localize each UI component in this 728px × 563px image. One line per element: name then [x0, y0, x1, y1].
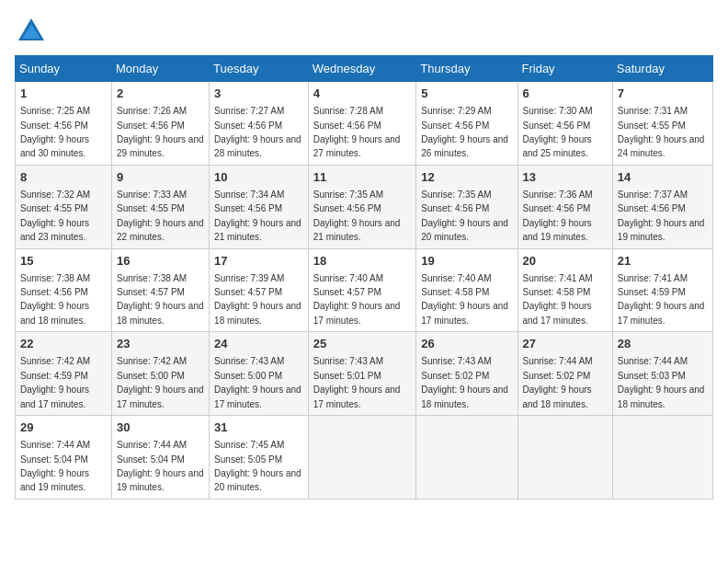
day-number: 5 — [421, 86, 512, 102]
day-number: 7 — [618, 86, 708, 102]
calendar-cell: 12Sunrise: 7:35 AMSunset: 4:56 PMDayligh… — [416, 165, 518, 248]
day-number: 25 — [313, 336, 412, 352]
day-info: Sunrise: 7:32 AMSunset: 4:55 PMDaylight:… — [20, 190, 90, 242]
calendar-cell: 25Sunrise: 7:43 AMSunset: 5:01 PMDayligh… — [308, 332, 416, 416]
day-info: Sunrise: 7:42 AMSunset: 4:59 PMDaylight:… — [20, 356, 90, 408]
day-number: 8 — [20, 169, 107, 186]
day-number: 28 — [618, 336, 708, 352]
day-info: Sunrise: 7:29 AMSunset: 4:56 PMDaylight:… — [421, 106, 508, 158]
day-info: Sunrise: 7:40 AMSunset: 4:57 PMDaylight:… — [313, 273, 401, 326]
day-info: Sunrise: 7:44 AMSunset: 5:04 PMDaylight:… — [20, 440, 90, 492]
logo — [15, 15, 51, 48]
day-info: Sunrise: 7:28 AMSunset: 4:56 PMDaylight:… — [313, 106, 401, 158]
day-number: 31 — [214, 419, 303, 436]
calendar-week-2: 8Sunrise: 7:32 AMSunset: 4:55 PMDaylight… — [16, 165, 713, 248]
day-info: Sunrise: 7:36 AMSunset: 4:56 PMDaylight:… — [523, 190, 593, 242]
day-number: 6 — [523, 86, 608, 102]
header-day-friday: Friday — [518, 56, 612, 82]
day-number: 4 — [313, 86, 412, 102]
day-number: 10 — [214, 169, 303, 186]
calendar-week-3: 15Sunrise: 7:38 AMSunset: 4:56 PMDayligh… — [16, 248, 713, 332]
day-number: 21 — [618, 253, 708, 270]
calendar-week-4: 22Sunrise: 7:42 AMSunset: 4:59 PMDayligh… — [16, 332, 713, 416]
header-day-saturday: Saturday — [612, 56, 712, 82]
calendar-cell: 2Sunrise: 7:26 AMSunset: 4:56 PMDaylight… — [112, 82, 210, 166]
calendar-cell: 21Sunrise: 7:41 AMSunset: 4:59 PMDayligh… — [612, 248, 712, 332]
calendar-cell: 31Sunrise: 7:45 AMSunset: 5:05 PMDayligh… — [210, 416, 309, 500]
day-number: 24 — [214, 336, 303, 352]
day-number: 18 — [313, 253, 412, 270]
header-day-sunday: Sunday — [16, 56, 112, 82]
calendar-cell: 22Sunrise: 7:42 AMSunset: 4:59 PMDayligh… — [16, 332, 112, 416]
day-info: Sunrise: 7:44 AMSunset: 5:02 PMDaylight:… — [523, 356, 593, 408]
calendar-cell — [518, 416, 612, 500]
day-info: Sunrise: 7:34 AMSunset: 4:56 PMDaylight:… — [214, 190, 301, 242]
day-number: 13 — [523, 169, 608, 186]
day-info: Sunrise: 7:38 AMSunset: 4:57 PMDaylight:… — [117, 273, 204, 326]
calendar-cell: 5Sunrise: 7:29 AMSunset: 4:56 PMDaylight… — [416, 82, 518, 166]
day-number: 29 — [20, 419, 107, 436]
calendar-cell: 3Sunrise: 7:27 AMSunset: 4:56 PMDaylight… — [210, 82, 309, 166]
day-info: Sunrise: 7:33 AMSunset: 4:55 PMDaylight:… — [117, 190, 204, 242]
calendar-cell: 9Sunrise: 7:33 AMSunset: 4:55 PMDaylight… — [112, 165, 210, 248]
calendar-cell: 10Sunrise: 7:34 AMSunset: 4:56 PMDayligh… — [210, 165, 309, 248]
calendar-cell: 20Sunrise: 7:41 AMSunset: 4:58 PMDayligh… — [518, 248, 612, 332]
calendar-cell: 15Sunrise: 7:38 AMSunset: 4:56 PMDayligh… — [16, 248, 112, 332]
calendar-cell: 8Sunrise: 7:32 AMSunset: 4:55 PMDaylight… — [16, 165, 112, 248]
day-number: 19 — [421, 253, 512, 270]
day-number: 1 — [20, 86, 107, 102]
day-info: Sunrise: 7:41 AMSunset: 4:58 PMDaylight:… — [523, 273, 593, 326]
day-info: Sunrise: 7:40 AMSunset: 4:58 PMDaylight:… — [421, 273, 508, 326]
calendar-cell: 19Sunrise: 7:40 AMSunset: 4:58 PMDayligh… — [416, 248, 518, 332]
day-number: 3 — [214, 86, 303, 102]
day-info: Sunrise: 7:30 AMSunset: 4:56 PMDaylight:… — [523, 106, 593, 158]
day-info: Sunrise: 7:42 AMSunset: 5:00 PMDaylight:… — [117, 356, 204, 408]
header-day-thursday: Thursday — [416, 56, 518, 82]
calendar-cell — [308, 416, 416, 500]
calendar-cell: 6Sunrise: 7:30 AMSunset: 4:56 PMDaylight… — [518, 82, 612, 166]
day-info: Sunrise: 7:43 AMSunset: 5:02 PMDaylight:… — [421, 356, 508, 408]
day-number: 20 — [523, 253, 608, 270]
day-info: Sunrise: 7:37 AMSunset: 4:56 PMDaylight:… — [618, 190, 705, 242]
calendar-cell: 26Sunrise: 7:43 AMSunset: 5:02 PMDayligh… — [416, 332, 518, 416]
day-number: 11 — [313, 169, 412, 186]
day-info: Sunrise: 7:43 AMSunset: 5:00 PMDaylight:… — [214, 356, 301, 408]
day-info: Sunrise: 7:38 AMSunset: 4:56 PMDaylight:… — [20, 273, 90, 326]
day-number: 12 — [421, 169, 512, 186]
day-info: Sunrise: 7:35 AMSunset: 4:56 PMDaylight:… — [313, 190, 401, 242]
calendar-cell: 29Sunrise: 7:44 AMSunset: 5:04 PMDayligh… — [16, 416, 112, 500]
day-number: 26 — [421, 336, 512, 352]
calendar-table: SundayMondayTuesdayWednesdayThursdayFrid… — [15, 55, 713, 500]
day-info: Sunrise: 7:41 AMSunset: 4:59 PMDaylight:… — [618, 273, 705, 326]
calendar-cell: 1Sunrise: 7:25 AMSunset: 4:56 PMDaylight… — [16, 82, 112, 166]
calendar-cell — [612, 416, 712, 500]
day-info: Sunrise: 7:25 AMSunset: 4:56 PMDaylight:… — [20, 106, 90, 158]
calendar-cell: 28Sunrise: 7:44 AMSunset: 5:03 PMDayligh… — [612, 332, 712, 416]
calendar-cell — [416, 416, 518, 500]
calendar-cell: 23Sunrise: 7:42 AMSunset: 5:00 PMDayligh… — [112, 332, 210, 416]
calendar-cell: 11Sunrise: 7:35 AMSunset: 4:56 PMDayligh… — [308, 165, 416, 248]
day-number: 17 — [214, 253, 303, 270]
day-info: Sunrise: 7:39 AMSunset: 4:57 PMDaylight:… — [214, 273, 301, 326]
header-day-wednesday: Wednesday — [308, 56, 416, 82]
calendar-cell: 13Sunrise: 7:36 AMSunset: 4:56 PMDayligh… — [518, 165, 612, 248]
calendar-cell: 24Sunrise: 7:43 AMSunset: 5:00 PMDayligh… — [210, 332, 309, 416]
day-info: Sunrise: 7:26 AMSunset: 4:56 PMDaylight:… — [117, 106, 204, 158]
calendar-week-1: 1Sunrise: 7:25 AMSunset: 4:56 PMDaylight… — [16, 82, 713, 166]
day-number: 9 — [117, 169, 204, 186]
header-day-tuesday: Tuesday — [210, 56, 309, 82]
calendar-cell: 27Sunrise: 7:44 AMSunset: 5:02 PMDayligh… — [518, 332, 612, 416]
calendar-body: 1Sunrise: 7:25 AMSunset: 4:56 PMDaylight… — [16, 82, 713, 500]
day-info: Sunrise: 7:27 AMSunset: 4:56 PMDaylight:… — [214, 106, 301, 158]
logo-icon — [15, 15, 48, 48]
day-number: 27 — [523, 336, 608, 352]
day-info: Sunrise: 7:31 AMSunset: 4:55 PMDaylight:… — [618, 106, 705, 158]
calendar-cell: 30Sunrise: 7:44 AMSunset: 5:04 PMDayligh… — [112, 416, 210, 500]
day-number: 16 — [117, 253, 204, 270]
calendar-cell: 17Sunrise: 7:39 AMSunset: 4:57 PMDayligh… — [210, 248, 309, 332]
header — [15, 15, 713, 48]
day-number: 22 — [20, 336, 107, 352]
calendar-cell: 14Sunrise: 7:37 AMSunset: 4:56 PMDayligh… — [612, 165, 712, 248]
header-day-monday: Monday — [112, 56, 210, 82]
day-number: 14 — [618, 169, 708, 186]
